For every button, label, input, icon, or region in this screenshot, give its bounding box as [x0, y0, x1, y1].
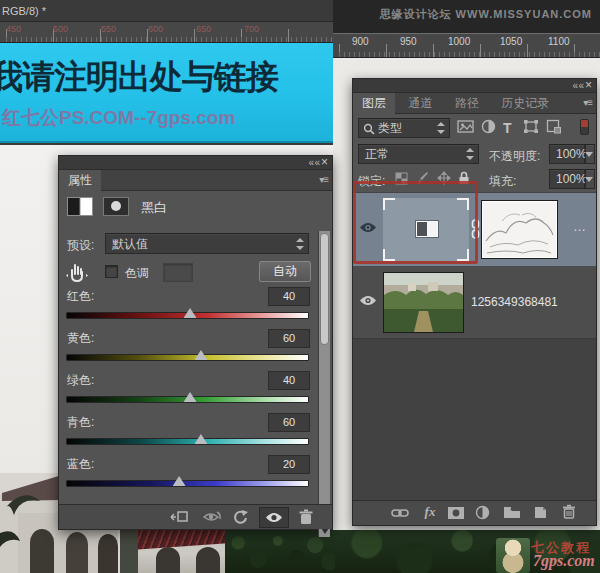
properties-tabrow: 属性 ▾≡ — [59, 170, 332, 191]
slider-value-field[interactable]: 40 — [268, 371, 310, 390]
slider-label: 青色: — [67, 414, 94, 431]
filter-kind-dropdown[interactable]: 类型 — [358, 118, 450, 138]
slider-cyan: 青色: 60 — [59, 414, 332, 456]
ruler-tick: 950 — [400, 36, 417, 47]
slider-label: 红色: — [67, 288, 94, 305]
slider-value-field[interactable]: 40 — [268, 287, 310, 306]
horizontal-ruler-left: 450 500 550 600 650 700 — [0, 22, 333, 43]
tint-color-swatch[interactable] — [163, 263, 193, 282]
image-layer-thumbnail[interactable] — [383, 272, 464, 333]
fill-field[interactable]: 100% — [549, 169, 585, 189]
slider-track[interactable] — [66, 438, 309, 445]
tab-layers[interactable]: 图层 — [353, 93, 395, 114]
clip-to-layer-icon[interactable] — [169, 509, 191, 526]
layer-filter-row: 类型 T — [353, 115, 596, 141]
canvas-photo-wall — [138, 528, 238, 573]
filter-smart-objects-icon[interactable] — [546, 119, 566, 136]
opacity-dropdown-arrow[interactable] — [585, 144, 595, 164]
red-annotation-rectangle — [353, 181, 478, 264]
panel-menu-icon[interactable]: ▾≡ — [583, 97, 592, 108]
ruler-tick: 600 — [148, 24, 163, 34]
visibility-toggle[interactable] — [259, 507, 289, 528]
slider-value-field[interactable]: 60 — [268, 413, 310, 432]
document-title: RGB/8) * — [2, 5, 46, 17]
blend-mode-value: 正常 — [365, 146, 389, 163]
auto-button[interactable]: 自动 — [259, 261, 311, 282]
layer-style-fx-icon[interactable]: fx — [419, 504, 441, 521]
new-layer-icon[interactable] — [533, 505, 555, 522]
add-layer-mask-icon[interactable] — [447, 506, 469, 523]
adjustment-title: 黑白 — [141, 199, 167, 217]
ruler-tick: 650 — [196, 24, 211, 34]
fill-value: 100% — [556, 172, 587, 186]
panel-menu-icon[interactable]: ▾≡ — [319, 174, 328, 185]
photoshop-screen: RGB/8) * 450 500 550 600 650 700 我请注明出处与… — [0, 0, 600, 573]
filter-shape-layers-icon[interactable] — [523, 119, 543, 136]
collapse-panel-icon[interactable]: « — [578, 80, 584, 92]
view-previous-state-icon[interactable] — [201, 509, 223, 526]
slider-yellow: 黄色: 60 — [59, 330, 332, 372]
properties-scrollbar[interactable] — [318, 231, 330, 537]
preset-dropdown[interactable]: 默认值 — [105, 233, 309, 254]
stepper-icon — [295, 238, 304, 250]
horizontal-ruler-right: 900 950 1000 1050 1100 — [333, 33, 600, 58]
slider-blue: 蓝色: 20 — [59, 456, 332, 498]
layer-visibility-eye-icon[interactable] — [359, 294, 377, 307]
canvas-banner: 我请注明出处与链接 红七公PS.COM--7gps.com — [0, 43, 333, 143]
banner-text-sub: 红七公PS.COM--7gps.com — [2, 105, 235, 131]
layer-name[interactable]: 1256349368481 — [471, 295, 558, 309]
preset-label: 预设: — [67, 237, 94, 254]
stepper-icon — [436, 122, 445, 134]
opacity-label: 不透明度: — [489, 148, 540, 165]
new-adjustment-layer-icon[interactable] — [475, 505, 497, 522]
slider-label: 绿色: — [67, 372, 94, 389]
layers-panel-bar[interactable]: «« × — [353, 79, 596, 93]
scrollbar-thumb[interactable] — [320, 233, 329, 345]
delete-adjustment-icon[interactable] — [297, 509, 319, 526]
layer-row-background[interactable]: 1256349368481 — [353, 266, 596, 339]
fill-dropdown-arrow[interactable] — [585, 169, 595, 189]
slider-green: 绿色: 40 — [59, 372, 332, 414]
reset-icon[interactable] — [231, 509, 253, 526]
filter-toggle-switch[interactable] — [580, 119, 589, 135]
collapse-panel-icon[interactable]: « — [308, 157, 314, 169]
blend-mode-dropdown[interactable]: 正常 — [358, 144, 479, 164]
collapse-panel-icon[interactable]: « — [572, 80, 578, 92]
layer-mask-thumbnail[interactable] — [481, 200, 558, 259]
targeted-adjustment-hand-icon[interactable] — [65, 261, 89, 285]
properties-footer — [59, 504, 332, 529]
ruler-tick: 700 — [244, 24, 259, 34]
stepper-icon — [465, 148, 474, 160]
tab-paths[interactable]: 路径 — [446, 93, 488, 114]
filter-pixel-layers-icon[interactable] — [457, 119, 477, 136]
slider-value-field[interactable]: 20 — [268, 455, 310, 474]
tint-checkbox[interactable] — [105, 265, 118, 278]
properties-panel-bar[interactable]: «« × — [59, 156, 332, 170]
collapse-panel-icon[interactable]: « — [314, 157, 320, 169]
layer-name-truncated: … — [573, 219, 586, 234]
tab-history[interactable]: 历史记录 — [492, 93, 558, 114]
filter-type-layers-icon[interactable]: T — [503, 120, 523, 137]
new-group-icon[interactable] — [503, 506, 525, 523]
filter-adjustment-layers-icon[interactable] — [481, 119, 501, 136]
document-titlebar[interactable]: RGB/8) * — [0, 0, 333, 22]
delete-layer-icon[interactable] — [561, 504, 583, 521]
watermark-avatar — [496, 538, 530, 573]
tab-properties[interactable]: 属性 — [59, 170, 101, 191]
ruler-tick: 500 — [53, 24, 68, 34]
properties-content: 黑白 预设: 默认值 色调 自动 红色: 40 — [59, 191, 332, 506]
tab-channels[interactable]: 通道 — [399, 93, 441, 114]
mask-icon[interactable] — [103, 197, 129, 216]
slider-track[interactable] — [66, 480, 309, 487]
slider-value-field[interactable]: 60 — [268, 329, 310, 348]
ruler-tick: 1000 — [448, 36, 470, 47]
opacity-field[interactable]: 100% — [549, 144, 585, 164]
slider-track[interactable] — [66, 354, 309, 361]
close-panel-icon[interactable]: × — [585, 79, 592, 92]
site-watermark-top: 思缘设计论坛 WWW.MISSYUAN.COM — [380, 7, 592, 22]
chevron-down-icon — [585, 177, 593, 182]
slider-red: 红色: 40 — [59, 288, 332, 330]
ruler-tick: 450 — [6, 24, 21, 34]
link-layers-icon[interactable] — [391, 507, 413, 524]
close-panel-icon[interactable]: × — [321, 156, 328, 169]
